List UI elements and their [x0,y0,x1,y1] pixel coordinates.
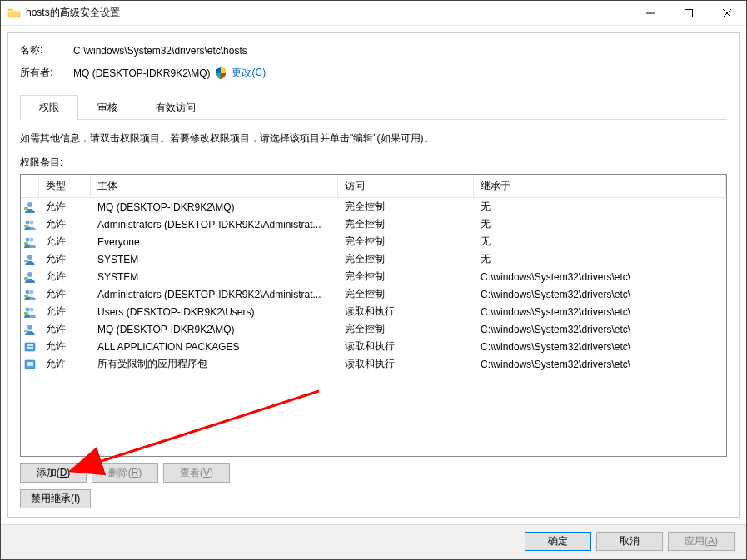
table-row[interactable]: 允许Administrators (DESKTOP-IDKR9K2\Admini… [21,285,726,303]
tab-audit[interactable]: 审核 [78,95,137,119]
change-owner-link[interactable]: 更改(C) [232,66,266,80]
svg-rect-13 [24,260,28,262]
row-type: 允许 [39,287,91,301]
row-type: 允许 [39,235,91,249]
disable-inheritance-button[interactable]: 禁用继承(I) [20,489,91,508]
svg-rect-26 [27,347,33,349]
svg-point-14 [27,272,32,277]
row-type: 允许 [39,305,91,319]
group-icon [23,235,37,249]
table-row[interactable]: 允许ALL APPLICATION PACKAGES读取和执行C:\window… [21,338,726,355]
svg-point-7 [30,220,34,224]
close-button[interactable] [708,1,746,26]
row-inherit: 无 [474,217,726,231]
row-principal: SYSTEM [91,254,338,265]
table-row[interactable]: 允许SYSTEM完全控制C:\windows\System32\drivers\… [21,268,726,285]
row-inherit: C:\windows\System32\drivers\etc\ [474,271,726,283]
table-row[interactable]: 允许Everyone完全控制无 [21,233,726,250]
tab-bar: 权限 审核 有效访问 [20,95,727,120]
ok-button[interactable]: 确定 [525,532,591,551]
svg-point-19 [26,307,30,311]
svg-point-9 [26,237,30,241]
tab-effective-access[interactable]: 有效访问 [137,95,215,119]
table-row[interactable]: 允许SYSTEM完全控制无 [21,250,726,268]
action-buttons-row: 添加(D) 删除(R) 查看(V) [20,463,727,483]
table-row[interactable]: 允许MQ (DESKTOP-IDKR9K2\MQ)完全控制无 [21,198,726,216]
row-type: 允许 [39,339,91,354]
table-row[interactable]: 允许Administrators (DESKTOP-IDKR9K2\Admini… [21,216,726,233]
maximize-button[interactable] [670,1,708,26]
name-value: C:\windows\System32\drivers\etc\hosts [73,45,247,57]
row-access: 读取和执行 [338,357,474,371]
tab-permissions[interactable]: 权限 [20,95,78,120]
row-icon [21,340,39,354]
svg-point-22 [27,325,32,330]
dialog-window: hosts的高级安全设置 名称: C:\windows\System32\dri… [0,0,747,560]
row-principal: 所有受限制的应用程序包 [91,357,338,371]
svg-rect-23 [24,330,28,332]
row-access: 完全控制 [338,252,474,266]
row-icon [21,201,39,214]
table-row[interactable]: 允许MQ (DESKTOP-IDKR9K2\MQ)完全控制C:\windows\… [21,320,726,338]
row-type: 允许 [39,252,91,266]
row-icon [21,288,39,301]
row-principal: Administrators (DESKTOP-IDKR9K2\Administ… [91,289,338,300]
row-principal: MQ (DESKTOP-IDKR9K2\MQ) [91,201,338,213]
table-row[interactable]: 允许Users (DESKTOP-IDKR9K2\Users)读取和执行C:\w… [21,303,726,320]
svg-rect-18 [24,295,28,297]
row-principal: Everyone [91,236,338,248]
col-type[interactable]: 类型 [39,175,91,197]
name-label: 名称: [20,43,73,57]
svg-point-16 [26,290,30,294]
inherit-buttons-row: 禁用继承(I) [20,489,727,508]
minimize-button[interactable] [631,1,670,26]
col-access[interactable]: 访问 [338,175,474,197]
row-icon [21,323,39,336]
row-icon [21,305,39,319]
col-icon[interactable] [21,175,39,197]
entries-label: 权限条目: [20,156,727,170]
svg-rect-25 [27,344,33,346]
table-row[interactable]: 允许所有受限制的应用程序包读取和执行C:\windows\System32\dr… [21,355,726,373]
row-inherit: C:\windows\System32\drivers\etc\ [474,341,726,353]
row-principal: Administrators (DESKTOP-IDKR9K2\Administ… [91,219,338,230]
table-header: 类型 主体 访问 继承于 [21,175,726,198]
row-access: 完全控制 [338,287,474,301]
col-inherit[interactable]: 继承于 [474,175,726,197]
svg-rect-5 [24,207,28,210]
row-inherit: C:\windows\System32\drivers\etc\ [474,359,726,370]
titlebar: hosts的高级安全设置 [1,1,746,26]
table-body: 允许MQ (DESKTOP-IDKR9K2\MQ)完全控制无允许Administ… [21,198,726,456]
col-principal[interactable]: 主体 [91,175,338,197]
folder-icon [7,7,21,20]
pkg-icon [23,358,37,371]
row-access: 完全控制 [338,270,474,284]
svg-point-20 [30,307,34,311]
hint-text: 如需其他信息，请双击权限项目。若要修改权限项目，请选择该项目并单击"编辑"(如果… [20,131,727,146]
row-icon [21,235,39,249]
owner-value: MQ (DESKTOP-IDKR9K2\MQ) [73,67,210,79]
row-principal: SYSTEM [91,271,338,283]
svg-point-6 [26,220,30,224]
svg-point-17 [30,290,34,294]
add-button[interactable]: 添加(D) [20,463,87,483]
svg-point-4 [27,202,32,207]
permissions-table: 类型 主体 访问 继承于 允许MQ (DESKTOP-IDKR9K2\MQ)完全… [20,174,727,457]
cancel-button[interactable]: 取消 [596,532,663,551]
row-access: 完全控制 [338,322,474,336]
svg-rect-11 [24,242,28,245]
remove-button: 删除(R) [92,463,158,483]
row-access: 读取和执行 [338,305,474,319]
svg-rect-29 [27,364,33,366]
svg-rect-28 [27,362,33,364]
svg-rect-8 [24,225,28,227]
window-controls [631,1,746,26]
row-access: 完全控制 [338,217,474,231]
row-access: 完全控制 [338,235,474,249]
window-title: hosts的高级安全设置 [26,6,631,20]
svg-point-10 [30,237,34,241]
apply-button: 应用(A) [668,532,735,551]
row-type: 允许 [39,357,91,371]
row-inherit: C:\windows\System32\drivers\etc\ [474,289,726,300]
name-row: 名称: C:\windows\System32\drivers\etc\host… [20,43,727,57]
